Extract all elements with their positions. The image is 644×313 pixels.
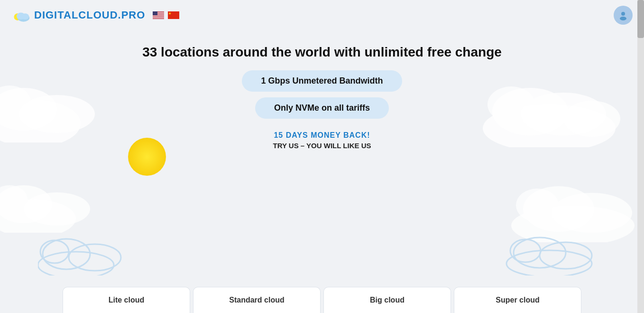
nvme-badge: Only NVMe on all tariffs (255, 97, 389, 119)
user-icon (618, 10, 628, 20)
svg-point-19 (552, 193, 632, 233)
svg-point-6 (24, 192, 90, 226)
svg-point-9 (43, 239, 90, 269)
svg-point-28 (21, 13, 29, 19)
logo-icon (11, 8, 30, 22)
svg-point-39 (621, 12, 625, 16)
tab-standard-cloud[interactable]: Standard cloud (193, 287, 321, 313)
bandwidth-badge: 1 Gbps Unmetered Bandwidth (242, 70, 402, 92)
tab-big-cloud[interactable]: Big cloud (323, 287, 451, 313)
scrollbar[interactable] (637, 0, 644, 313)
flag-cn[interactable] (168, 11, 179, 19)
svg-rect-37 (168, 11, 179, 19)
hero-title: 33 locations around the world with unlim… (142, 45, 502, 60)
cloud-tabs: Lite cloud Standard cloud Big cloud Supe… (61, 287, 583, 313)
cloud-right-outline (502, 228, 597, 275)
cloud-left-bottom (0, 171, 114, 233)
svg-rect-34 (153, 17, 164, 17)
svg-point-10 (69, 244, 121, 271)
money-back-title: 15 DAYS MONEY BACK! (273, 131, 371, 140)
cloud-left-mid (38, 228, 133, 275)
tab-lite-cloud[interactable]: Lite cloud (63, 287, 190, 313)
svg-rect-33 (153, 16, 164, 16)
svg-point-40 (620, 17, 626, 20)
logo-area: DIGITALCLOUD.PRO (11, 8, 145, 22)
brand-name: DIGITALCLOUD.PRO (34, 9, 145, 21)
header: DIGITALCLOUD.PRO (0, 0, 644, 30)
money-back-section: 15 DAYS MONEY BACK! TRY US – YOU WILL LI… (273, 131, 371, 150)
language-flags (153, 11, 179, 19)
user-account-button[interactable] (614, 6, 633, 25)
svg-point-20 (516, 189, 559, 222)
tab-super-cloud[interactable]: Super cloud (454, 287, 581, 313)
flag-us[interactable] (153, 11, 164, 19)
svg-rect-35 (153, 18, 164, 19)
scrollbar-thumb[interactable] (637, 0, 644, 38)
svg-point-8 (38, 252, 114, 275)
hero-section: 33 locations around the world with unlim… (0, 30, 644, 159)
svg-rect-36 (153, 11, 157, 15)
try-us-text: TRY US – YOU WILL LIKE US (273, 142, 371, 150)
